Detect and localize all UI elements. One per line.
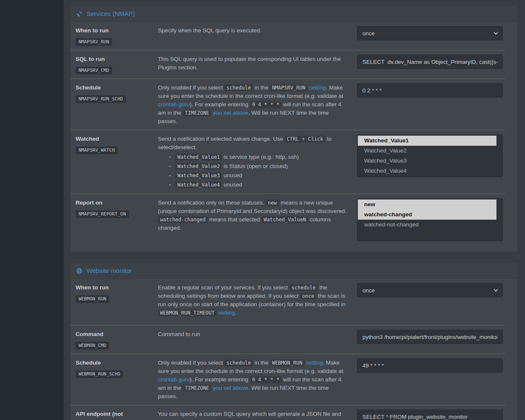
WEBMON_RUN_SCHD-input[interactable] — [357, 358, 503, 373]
WEBMON_RUN-dropdown[interactable]: once — [357, 283, 503, 297]
option-watched-value3[interactable]: Watched_Value3 — [358, 156, 496, 166]
setting-label-cell: API endpoint (not implemented)WEBMON_API… — [71, 405, 155, 420]
setting-description-cell: Only enabled if you select schedule in t… — [155, 354, 354, 405]
setting-label-cell: When to runWEBMON_RUN — [71, 279, 155, 325]
setting-label: Watched — [76, 135, 151, 143]
WEBMON_API_SQL-input[interactable] — [357, 410, 503, 420]
you-set-above-link[interactable]: you set above — [213, 385, 248, 391]
chevron-down-icon — [494, 287, 498, 291]
setting-label: Schedule — [76, 359, 151, 367]
setting-link[interactable]: setting — [309, 84, 326, 91]
description-text: in the — [253, 84, 270, 91]
setting-link[interactable]: setting — [218, 310, 235, 316]
inline-code: schedule — [289, 284, 318, 291]
setting-label-cell: SQL to runNMAPSRV_CMD — [71, 50, 155, 79]
setting-description: Send a notification only on these status… — [158, 199, 347, 232]
setting-link[interactable]: setting — [306, 360, 323, 366]
NMAPSRV_CMD-input[interactable] — [357, 55, 503, 69]
setting-description-cell: You can specify a custom SQL query which… — [155, 405, 354, 420]
setting-label-cell: ScheduleWEBMON_RUN_SCHD — [71, 354, 155, 405]
setting-row-NMAPSRV_REPORT_ON: Report onNMAPSRV_REPORT_ONSend a notific… — [71, 194, 505, 252]
description-text: in the — [253, 360, 270, 366]
setting-control-cell — [354, 354, 505, 405]
setting-control-cell: once — [354, 279, 505, 325]
inline-code: Watched_Value2 — [175, 163, 222, 170]
description-text: is service type (e.g.: http, ssh) — [222, 154, 299, 160]
setting-description: Enable a regular scan of your services. … — [158, 284, 347, 317]
description-text: Enable a regular scan of your services. … — [158, 284, 289, 291]
watched-values-list: Watched_Value1 is service type (e.g.: ht… — [158, 152, 347, 189]
setting-label-cell: WatchedNMAPSRV_WATCH — [71, 130, 155, 194]
WEBMON_CMD-input[interactable] — [357, 330, 503, 344]
setting-description: Only enabled if you select schedule in t… — [158, 359, 347, 401]
section-title: Website monitor — [87, 267, 132, 274]
you-set-above-link[interactable]: you set above — [213, 110, 248, 116]
crontab-guru-link[interactable]: crontab.guru — [158, 376, 190, 383]
option-watched-value2[interactable]: Watched_Value2 — [358, 146, 496, 156]
setting-label: Schedule — [76, 84, 151, 92]
dropdown-value: once — [362, 30, 375, 37]
setting-control-cell: Watched_Value1Watched_Value2Watched_Valu… — [354, 130, 505, 194]
NMAPSRV_WATCH-multiselect[interactable]: Watched_Value1Watched_Value2Watched_Valu… — [357, 134, 503, 177]
settings-table: When to runNMAPSRV_RUNSpecify when the S… — [71, 22, 505, 252]
description-text: Only enabled if you select — [158, 360, 224, 366]
setting-control-cell: newwatched-changedwatched-not-changed — [354, 194, 505, 252]
setting-row-NMAPSRV_CMD: SQL to runNMAPSRV_CMDThis SQL query is u… — [71, 50, 505, 79]
description-text: Send a notification only on these status… — [158, 200, 266, 206]
setting-key-badge: NMAPSRV_RUN_SCHD — [76, 95, 126, 103]
setting-key-badge: WEBMON_RUN — [76, 295, 109, 303]
settings-table: When to runWEBMON_RUNEnable a regular sc… — [71, 279, 505, 420]
setting-description: Only enabled if you select schedule in t… — [158, 84, 347, 126]
inline-code: watched-changed — [158, 216, 207, 223]
NMAPSRV_REPORT_ON-multiselect[interactable]: newwatched-changedwatched-not-changed — [357, 198, 503, 241]
inline-code: TIMEZONE — [183, 385, 211, 391]
inline-code: NMAPSRV_RUN — [270, 84, 307, 91]
setting-label: SQL to run — [76, 55, 151, 63]
inline-code: Watched_Value4 — [175, 181, 222, 188]
inline-code: schedule — [224, 360, 253, 366]
setting-row-WEBMON_CMD: CommandWEBMON_CMDCommand to run — [71, 325, 505, 354]
description-text: Send a notification if selected values c… — [158, 136, 285, 142]
section-header: Website monitor — [71, 263, 517, 279]
inline-code: schedule — [224, 84, 253, 91]
section-header: Services (NMAP) — [71, 6, 517, 22]
inline-code: 0 4 * * * — [250, 376, 281, 383]
inline-code: new — [266, 200, 279, 206]
setting-label: API endpoint (not implemented) — [76, 410, 151, 420]
setting-description: You can specify a custom SQL query which… — [158, 410, 347, 420]
dropdown-value: once — [362, 287, 375, 294]
inline-code: once — [300, 293, 316, 299]
option-watched-changed[interactable]: watched-changed — [358, 210, 496, 220]
option-watched-value4[interactable]: Watched_Value4 — [358, 166, 496, 176]
setting-key-badge: NMAPSRV_REPORT_ON — [76, 210, 129, 218]
NMAPSRV_RUN_SCHD-input[interactable] — [357, 83, 503, 97]
description-text: Command to run — [158, 331, 200, 337]
option-watched-value1[interactable]: Watched_Value1 — [358, 136, 496, 146]
setting-label: When to run — [76, 26, 151, 34]
setting-key-badge: NMAPSRV_WATCH — [76, 147, 118, 154]
inline-code: CTRL + Click — [285, 136, 326, 142]
satellite-dish-icon — [76, 10, 83, 17]
list-item: Watched_Value2 is Status (open or closed… — [169, 162, 347, 171]
inline-code: WEBMON_RUN — [270, 360, 304, 366]
setting-row-NMAPSRV_RUN: When to runNMAPSRV_RUNSpecify when the S… — [71, 22, 505, 50]
setting-description-cell: Specify when the SQL query is executed. — [155, 22, 354, 50]
setting-key-badge: NMAPSRV_RUN — [76, 38, 112, 46]
setting-control-cell — [354, 79, 505, 130]
inline-code: Watched_ValueN — [262, 216, 308, 223]
list-item: Watched_Value4 unused — [169, 180, 347, 189]
setting-key-badge: WEBMON_CMD — [76, 342, 109, 349]
NMAPSRV_RUN-dropdown[interactable]: once — [357, 26, 503, 40]
option-new[interactable]: new — [358, 200, 496, 210]
section-card-website-monitor: Website monitorWhen to runWEBMON_RUNEnab… — [71, 263, 517, 420]
setting-label-cell: ScheduleNMAPSRV_RUN_SCHD — [71, 79, 155, 130]
description-text: . — [235, 310, 237, 316]
list-item: Watched_Value1 is service type (e.g.: ht… — [169, 152, 347, 162]
setting-control-cell — [354, 405, 505, 420]
option-watched-not-changed[interactable]: watched-not-changed — [358, 220, 496, 230]
description-text: Only enabled if you select — [158, 84, 224, 91]
crontab-guru-link[interactable]: crontab.guru — [158, 101, 190, 108]
setting-key-badge: WEBMON_RUN_SCHD — [76, 370, 123, 378]
setting-description-cell: Send a notification if selected values c… — [155, 130, 354, 194]
description-text: unused — [222, 172, 242, 178]
